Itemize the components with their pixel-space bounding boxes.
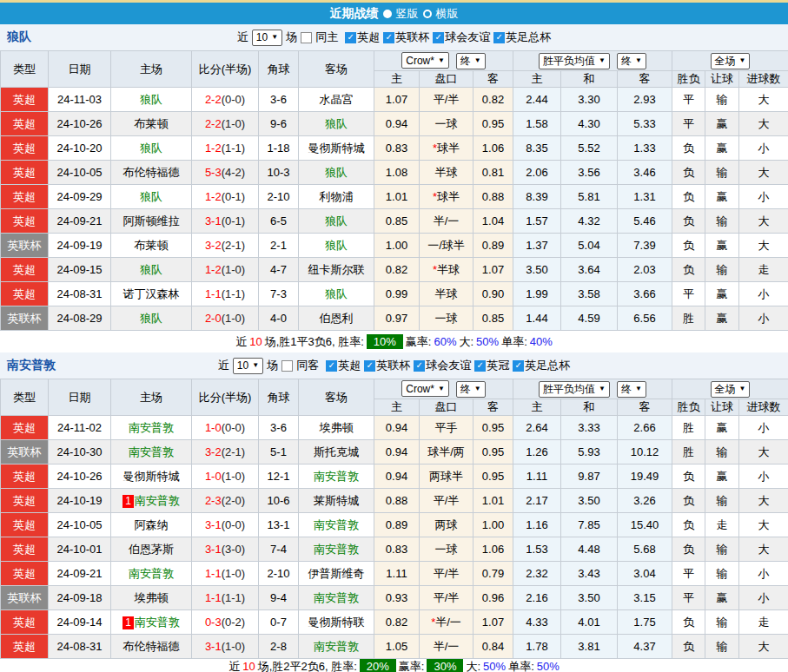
league-checkbox-label[interactable]: 英足总杯	[506, 30, 551, 45]
league-checkbox-label[interactable]: 英足总杯	[525, 358, 570, 373]
same-venue-checkbox[interactable]	[301, 32, 312, 43]
same-venue-label[interactable]: 同主	[315, 30, 338, 45]
league-checkbox[interactable]: ✓	[433, 32, 444, 43]
matches-table-wolves: 类型 日期 主场 比分(半场) 角球 客场 Crow*▼终▼ 胜平负均值▼终▼ …	[0, 50, 788, 331]
recent-count-select[interactable]: 10▼	[252, 30, 282, 46]
handicap-line: 平/半	[420, 489, 473, 513]
odds-stage-select[interactable]: 终▼	[456, 381, 486, 398]
handicap-line-text: 半球	[437, 263, 460, 276]
odds-provider-select[interactable]: Crow*▼	[401, 52, 449, 69]
score: 0-3(0-2)	[192, 610, 259, 635]
home-team: 埃弗顿	[111, 586, 192, 610]
vertical-layout-radio[interactable]	[383, 10, 392, 18]
col-date: 日期	[49, 51, 111, 88]
chevron-down-icon: ▼	[271, 34, 278, 41]
away-team-name: 南安普敦	[314, 518, 359, 531]
summary-stat-value: 50%	[483, 660, 506, 672]
handicap-line: *半/一	[420, 610, 473, 635]
scope-select[interactable]: 全场▼	[711, 381, 751, 398]
fulltime-score: 3-1	[205, 214, 222, 227]
corner-score: 2-1	[259, 234, 299, 258]
league-checkbox[interactable]: ✓	[474, 360, 486, 372]
away-team-name: 南安普敦	[314, 543, 359, 556]
league-checkbox[interactable]: ✓	[364, 360, 375, 372]
home-team-name: 狼队	[140, 263, 162, 276]
same-venue-label[interactable]: 同客	[296, 358, 319, 373]
match-row: 英超24-10-05阿森纳3-1(0-0)13-1南安普敦0.89两球1.001…	[1, 513, 788, 537]
halftime-score: (1-0)	[222, 263, 245, 276]
euro-stage-select[interactable]: 终▼	[617, 381, 646, 398]
result-wdl: 负	[672, 489, 705, 513]
league-checkbox-label[interactable]: 球会友谊	[445, 30, 490, 45]
result-goals: 大	[739, 161, 788, 185]
horizontal-layout-label[interactable]: 横版	[436, 6, 459, 22]
euro-odds-away: 7.39	[618, 234, 672, 258]
score: 5-3(4-2)	[192, 161, 259, 185]
corner-score: 4-0	[259, 306, 299, 331]
halftime-score: (2-0)	[222, 494, 245, 507]
odds-stage-select[interactable]: 终▼	[456, 53, 486, 69]
euro-stage-select[interactable]: 终▼	[617, 53, 646, 69]
league-checkbox[interactable]: ✓	[326, 360, 337, 372]
league-checkbox-label[interactable]: 英联杯	[395, 30, 429, 45]
euro-odds-draw: 4.30	[561, 112, 618, 136]
result-goals: 大	[739, 88, 788, 112]
handicap-line-text: 一球	[435, 543, 458, 556]
euro-provider-select[interactable]: 胜平负均值▼	[539, 53, 610, 69]
result-wdl: 胜	[672, 416, 705, 440]
handicap-odds-away: 0.95	[473, 440, 513, 464]
corner-score: 10-3	[259, 161, 299, 185]
home-team: 布莱顿	[111, 234, 192, 258]
scope-select[interactable]: 全场▼	[711, 53, 751, 69]
recent-count-select[interactable]: 10▼	[233, 358, 263, 374]
league-checkbox[interactable]: ✓	[513, 360, 524, 372]
handicap-odds-away: 0.85	[473, 306, 513, 331]
league-badge: 英超	[1, 112, 49, 136]
col-odds-line: 盘口	[420, 71, 473, 88]
league-badge: 英超	[1, 136, 49, 161]
handicap-line: 半球	[420, 282, 473, 306]
summary-stat-label: 单率:	[508, 659, 534, 672]
league-checkbox-label[interactable]: 英超	[357, 30, 380, 45]
euro-odds-away: 15.40	[618, 513, 672, 537]
league-checkbox[interactable]: ✓	[383, 32, 394, 43]
euro-odds-home: 8.35	[513, 136, 561, 161]
home-team-name: 狼队	[140, 190, 162, 203]
home-team: 南安普敦	[111, 562, 192, 586]
corner-score: 1-18	[259, 136, 299, 161]
league-checkbox-label[interactable]: 英冠	[487, 358, 509, 373]
away-team-name: 狼队	[325, 239, 348, 252]
match-date: 24-08-29	[49, 306, 111, 331]
odds-provider-select[interactable]: Crow*▼	[401, 380, 449, 397]
score: 1-0(1-0)	[192, 464, 259, 489]
euro-provider-select[interactable]: 胜平负均值▼	[539, 381, 610, 398]
handicap-odds-away: 0.96	[473, 586, 513, 610]
home-team: 布莱顿	[111, 112, 192, 136]
home-team-name: 伯恩茅斯	[129, 543, 174, 556]
summary-near-label: 近	[235, 334, 247, 350]
league-checkbox-label[interactable]: 英超	[338, 358, 361, 373]
league-checkbox[interactable]: ✓	[345, 32, 356, 43]
away-team-name: 狼队	[325, 287, 348, 300]
summary-stat-value: 60%	[434, 335, 456, 348]
horizontal-layout-radio[interactable]	[423, 10, 432, 18]
halftime-score: (1-0)	[222, 567, 245, 580]
vertical-layout-label[interactable]: 竖版	[396, 6, 419, 22]
league-checkbox[interactable]: ✓	[493, 32, 505, 43]
match-date: 24-09-21	[49, 209, 111, 234]
euro-odds-away: 5.68	[618, 537, 672, 562]
result-goals: 走	[739, 258, 788, 282]
match-row: 英超24-10-01伯恩茅斯3-1(3-0)7-4南安普敦0.83一球1.061…	[1, 537, 788, 562]
league-checkbox-label[interactable]: 英联杯	[376, 358, 410, 373]
same-venue-checkbox[interactable]	[281, 360, 293, 372]
col-odds-line: 盘口	[420, 399, 473, 416]
team-name: 南安普敦	[7, 358, 56, 373]
home-team-name: 狼队	[140, 312, 162, 325]
league-checkbox-label[interactable]: 球会友谊	[426, 358, 471, 373]
league-checkbox[interactable]: ✓	[414, 360, 425, 372]
euro-odds-home: 1.37	[513, 234, 561, 258]
away-team: 纽卡斯尔联	[299, 258, 374, 282]
league-badge: 英超	[1, 464, 49, 489]
result-wdl: 胜	[672, 306, 705, 331]
halftime-score: (0-0)	[222, 93, 245, 106]
